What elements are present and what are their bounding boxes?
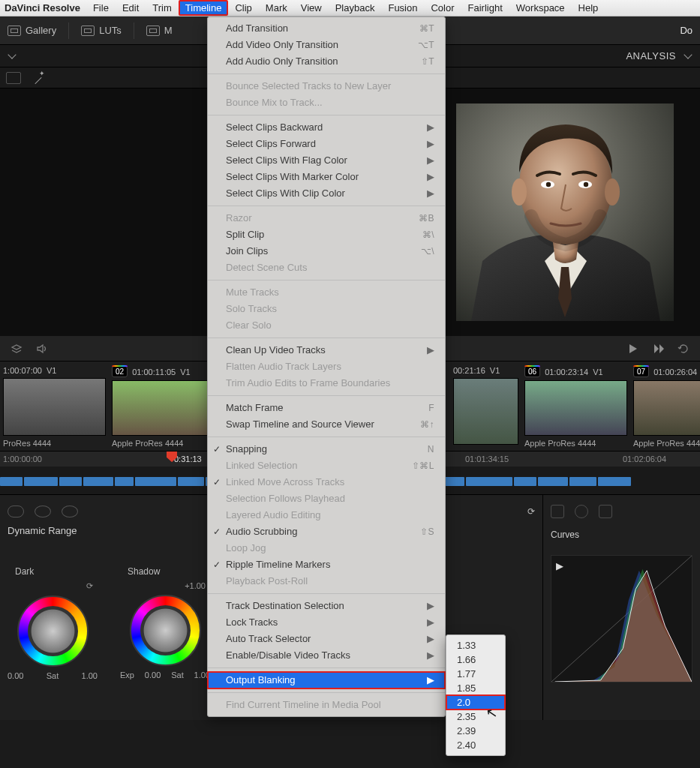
menu-item[interactable]: Track Destination Selection▶ [208,598,445,614]
menu-item: Linked Selection⇧⌘L [208,458,445,474]
submenu-item[interactable]: 1.33 [446,638,505,652]
thumb-tc: 01:00:26:04 [653,368,697,376]
thumb-track: V1 [593,368,602,376]
loop-icon[interactable] [677,343,689,355]
waveform-icon[interactable] [8,506,24,518]
svg-point-7 [584,182,588,187]
menu-item[interactable]: Ripple Timeline Markers [208,556,445,573]
viewer-mode-label[interactable]: ANALYSIS [626,50,676,62]
thumb-track: V1 [490,366,500,375]
thumb-codec: Apple ProRes 444 [633,439,700,448]
thumb-codec: Apple ProRes 4444 [112,439,215,448]
layers-icon[interactable] [11,343,23,355]
play-icon[interactable] [626,343,638,355]
menu-clip[interactable]: Clip [228,0,258,16]
menu-item[interactable]: Auto Track Selector▶ [208,631,445,647]
menu-item[interactable]: Output Blanking▶ [208,672,445,688]
dropdown-caret-icon[interactable] [8,50,16,58]
reset-icon[interactable]: ⟳ [527,506,535,517]
divider [134,22,134,39]
output-blanking-submenu[interactable]: 1.331.661.771.852.02.352.392.40 [446,634,506,756]
submenu-item[interactable]: 1.85 [446,681,505,695]
macos-menubar: DaVinci Resolve File Edit Trim Timeline … [0,0,700,16]
volume-icon[interactable] [36,343,48,355]
wheel-shadow[interactable]: Shadow +1.00 Exp0.00Sat1.00 [120,566,210,680]
thumbnail[interactable]: 0201:00:11:05V1 Apple ProRes 4444 [109,362,218,451]
wheel-dark[interactable]: Dark ⟳ 0.00Sat1.00 [8,566,98,680]
curve-mode-icon[interactable] [575,505,588,518]
luts-label: LUTs [99,25,122,36]
menu-item: Flatten Audio Track Layers [208,358,445,375]
thumb-tc: 00:21:16 [453,366,485,375]
menu-fairlight[interactable]: Fairlight [461,0,509,16]
menu-item[interactable]: Swap Timeline and Source Viewer⌘↑ [208,416,445,433]
menu-help[interactable]: Help [572,0,605,16]
thumbnail[interactable]: 1:00:07:00V1 ProRes 4444 [0,362,109,451]
menu-edit[interactable]: Edit [116,0,146,16]
gallery-icon [8,26,21,36]
submenu-item[interactable]: 1.66 [446,652,505,667]
menu-item[interactable]: Add Video Only Transition⌥T [208,37,445,53]
menu-item[interactable]: Audio Scrubbing⇧S [208,524,445,540]
chevron-down-icon[interactable] [683,50,692,58]
menu-item[interactable]: Join Clips⌥\ [208,243,445,260]
thumbnail[interactable]: 0601:00:23:14V1 Apple ProRes 4444 [521,362,630,451]
menu-item[interactable]: Add Transition⌘T [208,20,445,37]
wand-icon[interactable] [32,71,45,85]
eyedropper-icon[interactable] [599,505,612,518]
curves-plot[interactable]: ▶ [551,555,692,682]
menu-timeline[interactable]: Timeline [179,0,229,16]
menu-playback[interactable]: Playback [329,0,382,16]
submenu-item[interactable]: 1.77 [446,667,505,681]
wheel-reset-icon[interactable]: ⟳ [86,581,93,591]
vector-scope-icon[interactable] [35,506,51,518]
menu-item[interactable]: SnappingN [208,441,445,458]
project-name: Do [680,25,692,36]
menu-item: Layered Audio Editing [208,507,445,524]
menu-trim[interactable]: Trim [146,0,179,16]
menu-workspace[interactable]: Workspace [509,0,572,16]
menu-item[interactable]: Split Clip⌘\ [208,226,445,243]
menu-item: Clear Solo [208,317,445,334]
menu-item: Find Current Timeline in Media Pool [208,697,445,713]
submenu-item[interactable]: 2.39 [446,724,505,738]
menu-mark[interactable]: Mark [259,0,294,16]
gallery-button[interactable]: Gallery [8,25,56,36]
menu-item[interactable]: Enable/Disable Video Tracks▶ [208,647,445,664]
next-icon[interactable] [652,343,664,355]
ruler-tc: 1:00:00:00 [3,454,42,464]
menu-item[interactable]: Match FrameF [208,400,445,416]
menu-item[interactable]: Select Clips With Flag Color▶ [208,152,445,169]
menu-item: Linked Move Across Tracks [208,474,445,490]
menu-view[interactable]: View [294,0,329,16]
timeline-menu-dropdown[interactable]: Add Transition⌘TAdd Video Only Transitio… [207,16,446,717]
menu-item[interactable]: Select Clips Forward▶ [208,136,445,152]
media-button[interactable]: M [146,25,173,36]
submenu-item[interactable]: 2.40 [446,738,505,752]
menu-item[interactable]: Clean Up Video Tracks▶ [208,342,445,358]
grid-icon[interactable] [6,72,21,84]
luts-button[interactable]: LUTs [81,25,122,36]
menu-item: Loop Jog [208,540,445,556]
menu-file[interactable]: File [86,0,116,16]
thumbnail[interactable]: 00:21:16V1 [450,362,521,451]
menu-fusion[interactable]: Fusion [381,0,424,16]
curves-panel: Curves ▶ [542,495,700,720]
thumbnail[interactable]: 0701:00:26:04V1 Apple ProRes 444 [630,362,700,451]
thumb-tc: 01:00:11:05 [132,368,176,376]
menu-item[interactable]: Select Clips With Marker Color▶ [208,169,445,185]
menu-item[interactable]: Select Clips Backward▶ [208,119,445,136]
media-label: M [164,25,173,36]
menu-item: Selection Follows Playhead [208,490,445,507]
menu-item[interactable]: Lock Tracks▶ [208,614,445,631]
viewer-frame-image [456,104,674,321]
hdr-scope-icon[interactable] [62,506,78,518]
menu-color[interactable]: Color [424,0,461,16]
menu-item: Mute Tracks [208,284,445,301]
menu-item: Playback Post-Roll [208,573,445,590]
ruler-playhead-tc: 0:31:13 [174,454,202,464]
curve-mode-icon[interactable] [551,505,564,518]
menu-item[interactable]: Select Clips With Clip Color▶ [208,185,445,202]
menu-item: Detect Scene Cuts [208,260,445,276]
menu-item[interactable]: Add Audio Only Transition⇧T [208,53,445,70]
